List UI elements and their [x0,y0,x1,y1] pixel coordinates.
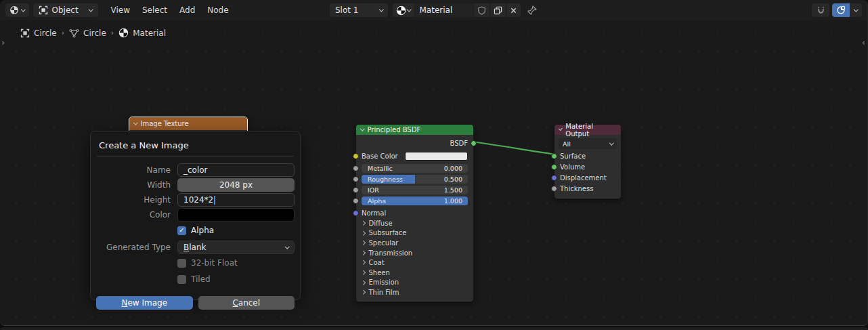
alpha-checkbox[interactable]: ✓ [177,226,186,235]
dialog-separator [97,156,294,157]
section-label: Thin Film [369,289,399,296]
output-label: BSDF [450,140,468,147]
cancel-button[interactable]: Cancel [198,296,295,310]
section-diffuse[interactable]: Diffuse [356,218,473,228]
expand-icon [361,260,365,264]
height-label: Height [96,195,177,205]
ior-slider[interactable]: IOR 1.500 [362,186,468,194]
collapse-icon[interactable] [559,127,563,131]
node-image-texture-header[interactable]: Image Texture [129,117,247,130]
normal-label: Normal [362,209,386,217]
unlink-material-button[interactable] [506,3,521,17]
input-label: Thickness [560,185,593,192]
collapse-icon[interactable] [360,127,364,131]
overlays-toggle-button[interactable] [832,3,850,17]
input-row-alpha: Alpha 1.000 [362,197,468,205]
tiled-checkbox[interactable] [177,275,186,284]
roughness-slider[interactable]: Roughness 0.500 [362,175,468,184]
section-sheen[interactable]: Sheen [356,268,473,278]
socket-ior[interactable] [353,187,359,193]
section-coat[interactable]: Coat [356,257,473,268]
socket-metallic[interactable] [353,165,359,171]
node-principled-header[interactable]: Principled BSDF [356,125,473,135]
socket-displacement[interactable] [551,175,557,181]
socket-alpha[interactable] [353,198,359,204]
left-region-toggle[interactable]: › [1,38,5,47]
input-row-displacement: Displacement [555,172,621,183]
height-row: Height 1024*2 [96,193,295,207]
socket-roughness[interactable] [353,176,359,182]
section-label: Transmission [369,249,413,257]
header-menus: View Select Add Node [105,3,235,18]
alpha-slider[interactable]: Alpha 1.000 [362,197,468,205]
section-transmission[interactable]: Transmission [356,248,473,258]
section-subsurface[interactable]: Subsurface [356,228,473,239]
name-input[interactable]: _color [177,163,295,177]
slider-label: Roughness [368,176,444,183]
expand-icon [361,251,365,255]
node-material-output[interactable]: Material Output All Surface Volume Displ… [554,124,622,199]
new-image-button[interactable]: New Image [96,296,193,310]
menu-node[interactable]: Node [201,3,234,18]
chevron-down-icon [609,140,613,144]
menu-add[interactable]: Add [173,3,201,18]
generated-type-dropdown[interactable]: Blank [177,241,295,254]
metallic-slider[interactable]: Metallic 0.000 [362,164,468,173]
material-name-field[interactable]: Material [415,3,473,17]
base-color-swatch[interactable] [405,152,468,161]
menu-select[interactable]: Select [136,3,173,18]
editor-type-selector[interactable] [5,3,29,17]
fake-user-button[interactable] [473,3,490,17]
section-specular[interactable]: Specular [356,238,473,248]
new-material-button[interactable] [490,3,506,17]
snap-toggle-button[interactable] [812,3,829,17]
chevron-down-icon [407,7,411,11]
duplicate-icon [494,6,502,15]
material-sphere-icon [396,5,406,16]
node-principled-bsdf[interactable]: Principled BSDF BSDF Base Color Metallic [355,124,474,302]
section-emission[interactable]: Emission [356,278,473,288]
breadcrumb-data-label: Circle [83,28,106,38]
socket-surface[interactable] [551,153,557,159]
width-row: Width 2048 px [96,178,295,192]
float-checkbox-row: 32-bit Float [177,256,295,270]
color-swatch[interactable] [177,208,295,222]
height-input[interactable]: 1024*2 [177,193,295,207]
shader-editor-icon [9,5,19,15]
socket-normal[interactable] [353,210,359,216]
shader-type-label: Object [52,5,86,15]
tiled-label: Tiled [191,274,211,284]
overlays-dropdown-button[interactable] [850,3,862,17]
breadcrumb: Circle › Circle › [20,28,166,38]
text-cursor [214,196,215,205]
socket-volume[interactable] [551,164,557,170]
blender-window: Object View Select Add Node Slot 1 [0,0,868,330]
socket-base-color[interactable] [353,153,359,159]
chevron-down-icon [379,7,383,11]
node-editor-canvas[interactable]: › ‹ Circle › [0,20,868,326]
collapse-icon[interactable] [133,121,137,125]
output-target-dropdown[interactable]: All [559,138,617,149]
breadcrumb-separator: › [62,28,64,37]
float-checkbox[interactable] [177,259,186,268]
socket-bsdf-output[interactable] [471,140,477,146]
input-row-surface: Surface [555,150,621,161]
name-label: Name [96,165,177,175]
output-target-value: All [563,140,610,148]
dialog-buttons: New Image Cancel [96,296,295,310]
node-output-header[interactable]: Material Output [555,125,621,135]
menu-view[interactable]: View [105,3,136,18]
slider-value: 1.000 [444,197,462,205]
width-slider[interactable]: 2048 px [177,178,295,192]
shader-type-dropdown[interactable]: Object [33,3,98,17]
object-icon [20,28,30,38]
material-browse-button[interactable] [393,3,415,17]
sidebar-toggle[interactable]: ‹ [862,38,865,47]
input-row-normal: Normal [356,207,473,218]
tiled-checkbox-row: Tiled [177,272,295,286]
slot-dropdown[interactable]: Slot 1 [330,3,388,17]
section-thin-film[interactable]: Thin Film [356,287,473,297]
socket-thickness[interactable] [551,186,557,192]
chevron-down-icon [89,7,93,11]
pin-button[interactable] [527,3,538,17]
